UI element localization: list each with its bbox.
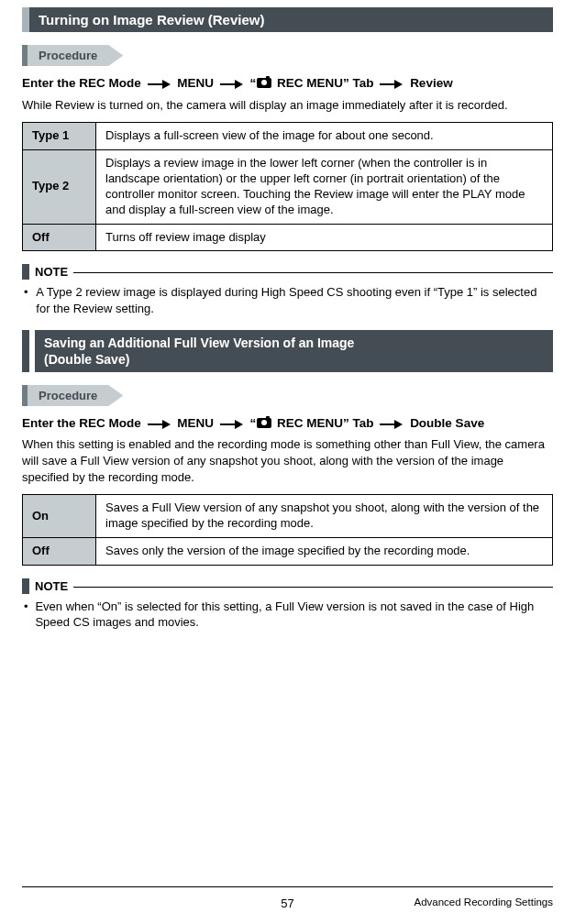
arrow-icon (380, 420, 404, 428)
camera-icon (257, 418, 271, 428)
table-row: Type 1 Displays a full-screen view of th… (23, 123, 553, 150)
note-item: •Even when “On” is selected for this set… (24, 599, 553, 631)
path-seg: Enter the REC Mode (22, 76, 141, 90)
section-title-review: Turning on Image Review (Review) (22, 7, 553, 32)
note-rule (73, 587, 553, 588)
arrow-icon (380, 80, 404, 88)
note-label: NOTE (35, 265, 68, 279)
path-seg: Review (410, 76, 453, 90)
title-body: Saving an Additional Full View Version o… (35, 330, 553, 372)
arrow-icon (220, 420, 244, 428)
bullet-icon: • (24, 599, 35, 631)
note-text: Even when “On” is selected for this sett… (35, 599, 553, 631)
option-val: Saves a Full View version of any snapsho… (96, 495, 553, 538)
nav-path-review: Enter the REC Mode MENU “ REC MENU” Tab … (22, 75, 553, 92)
procedure-tag: Procedure (22, 385, 123, 406)
path-seg: Double Save (410, 416, 484, 430)
nav-path-double-save: Enter the REC Mode MENU “ REC MENU” Tab … (22, 415, 553, 432)
path-seg: REC MENU” Tab (273, 76, 373, 90)
note-list: •Even when “On” is selected for this set… (22, 599, 553, 631)
title-gutter (22, 330, 29, 372)
note-text: A Type 2 review image is displayed durin… (36, 284, 553, 316)
option-val: Displays a full-screen view of the image… (96, 123, 553, 150)
note-rule (73, 272, 553, 273)
procedure-tag: Procedure (22, 45, 123, 66)
arrow-icon (148, 80, 171, 88)
option-key: Off (23, 224, 96, 251)
options-table-double-save: On Saves a Full View version of any snap… (22, 494, 553, 566)
table-row: Off Saves only the version of the image … (23, 537, 553, 565)
title-line1: Saving an Additional Full View Version o… (44, 335, 544, 351)
note-item: •A Type 2 review image is displayed duri… (24, 284, 553, 316)
note-header: NOTE (22, 264, 553, 280)
page-footer: 57 Advanced Recording Settings (22, 886, 553, 911)
note-bar-icon (22, 264, 29, 280)
path-seg: REC MENU” Tab (273, 416, 373, 430)
arrow-icon (148, 420, 171, 428)
option-key: On (23, 495, 96, 538)
option-key: Type 2 (23, 149, 96, 224)
note-label: NOTE (35, 579, 68, 593)
table-row: Type 2 Displays a review image in the lo… (23, 149, 553, 224)
arrow-icon (220, 80, 244, 88)
section-desc: While Review is turned on, the camera wi… (22, 97, 553, 114)
path-seg: MENU (177, 76, 214, 90)
page: Turning on Image Review (Review) Procedu… (0, 0, 575, 924)
path-seg: MENU (177, 416, 214, 430)
table-row: On Saves a Full View version of any snap… (23, 495, 553, 538)
footer-rule (22, 886, 553, 887)
option-key: Type 1 (23, 123, 96, 150)
path-seg: Enter the REC Mode (22, 416, 141, 430)
note-header: NOTE (22, 578, 553, 594)
section-desc: When this setting is enabled and the rec… (22, 436, 553, 485)
table-row: Off Turns off review image display (23, 224, 553, 251)
title-line2: (Double Save) (44, 351, 544, 368)
note-list: •A Type 2 review image is displayed duri… (22, 284, 553, 316)
option-val: Displays a review image in the lower lef… (96, 149, 553, 224)
camera-icon (257, 78, 271, 88)
bullet-icon: • (24, 284, 36, 316)
note-bar-icon (22, 578, 29, 594)
section-title-double-save: Saving an Additional Full View Version o… (22, 330, 553, 372)
path-seg-quote: “ (250, 76, 257, 90)
path-seg-quote: “ (250, 416, 257, 430)
option-key: Off (23, 537, 96, 565)
option-val: Saves only the version of the image spec… (96, 537, 553, 565)
footer-section-label: Advanced Recording Settings (414, 896, 553, 908)
option-val: Turns off review image display (96, 224, 553, 251)
options-table-review: Type 1 Displays a full-screen view of th… (22, 122, 553, 251)
